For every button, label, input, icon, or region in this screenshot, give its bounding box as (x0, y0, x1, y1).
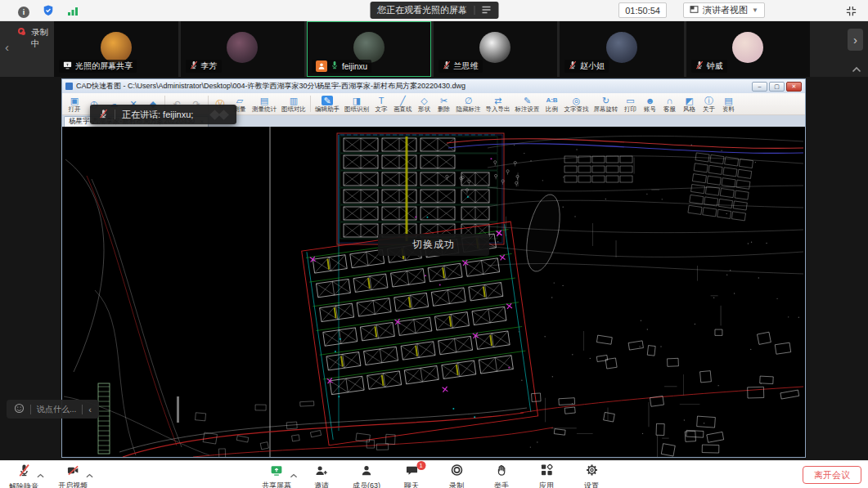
cad-tool-label: 比例 (546, 105, 558, 113)
cad-tool-open-icon[interactable]: ▣打开 (65, 93, 84, 114)
filmstrip-next-button[interactable]: › (848, 29, 863, 51)
leave-meeting-button[interactable]: 离开会议 (803, 466, 861, 484)
participant-tile-兰思维[interactable]: 兰思维 (434, 21, 558, 77)
meeting-timer: 01:50:54 (618, 2, 667, 18)
view-mode-selector[interactable]: 演讲者视图 ▼ (683, 2, 765, 18)
cad-tool-label: 文字查找 (564, 105, 589, 113)
cad-tool-text-icon[interactable]: T文字 (371, 93, 391, 114)
exit-fullscreen-icon[interactable] (843, 3, 858, 18)
emoji-smiley-icon[interactable] (14, 402, 25, 417)
mic-muted-icon (443, 60, 451, 71)
cad-tool-label: 屏幕旋转 (594, 105, 618, 113)
cad-tool-style-icon[interactable]: ◩风格 (680, 93, 699, 114)
support-icon: ∩ (667, 96, 673, 105)
scale-icon: A:B (546, 96, 557, 105)
shield-icon[interactable] (43, 4, 54, 20)
participant-tile-李芳[interactable]: 李芳 (181, 21, 305, 77)
menu-icon[interactable] (481, 6, 491, 16)
cad-tool-drawing-recognize-icon[interactable]: ◨图纸识别 (342, 93, 371, 114)
filmstrip-collapse-icon[interactable] (852, 61, 861, 76)
cad-tool-screen-rotate-icon[interactable]: ↻屏幕旋转 (591, 93, 621, 114)
control-label: 设置 (584, 481, 599, 488)
cad-drawing-canvas[interactable] (62, 127, 805, 457)
mic-off-icon (18, 463, 30, 481)
cad-tool-docs-icon[interactable]: ▤资料 (719, 93, 739, 114)
avatar (101, 32, 132, 63)
avatar (227, 32, 258, 63)
record-icon (450, 463, 463, 480)
participant-tile-screenshare[interactable]: 光照的屏幕共享 (54, 21, 178, 77)
raise-hand-button[interactable]: 举手 (486, 463, 517, 488)
screen-rotate-icon: ↻ (602, 96, 609, 105)
cad-tool-account-icon[interactable]: ☻账号 (641, 93, 660, 114)
participant-name-badge: 兰思维 (438, 60, 483, 73)
drawing-recognize-icon: ◨ (353, 96, 361, 105)
control-label: 共享屏幕 (262, 481, 291, 488)
chat-pill-divider2 (82, 405, 83, 414)
participant-name-badge: 李芳 (186, 60, 222, 73)
cad-tool-erase-icon[interactable]: ✂删除 (434, 93, 454, 114)
mic-active-icon (331, 60, 339, 71)
invite-icon (315, 464, 329, 480)
participant-tile-feijinxu[interactable]: feijinxu (307, 21, 431, 77)
top-bar: i 您正在观看光照的屏幕 01:50:54 演讲者视图 ▼ (0, 0, 868, 21)
cad-tool-label: 资料 (722, 105, 735, 113)
record-button[interactable]: 录制 (441, 463, 472, 488)
cad-tool-support-icon[interactable]: ∩客服 (660, 93, 680, 114)
chat-button[interactable]: 聊天 1 (396, 463, 427, 488)
filmstrip-prev-button[interactable]: ‹ (5, 41, 9, 53)
draw-line-icon: ╱ (400, 96, 406, 105)
start-video-button[interactable]: 开启视频 (57, 463, 88, 488)
cad-tool-about-icon[interactable]: ⓘ关于 (699, 93, 719, 114)
switch-success-toast: 切换成功 (378, 234, 489, 256)
participant-tiles: 光照的屏幕共享李芳feijinxu兰思维赵小姐钟威 (54, 21, 810, 77)
cad-tool-import-export-icon[interactable]: ⇄导入导出 (483, 93, 513, 114)
avatar (732, 32, 763, 63)
chevron-up-icon[interactable] (290, 467, 297, 481)
chevron-up-icon[interactable] (37, 467, 44, 481)
control-label: 邀请 (314, 481, 329, 488)
cad-tool-annotation-settings-icon[interactable]: ✎标注设置 (513, 93, 542, 114)
info-icon[interactable]: i (18, 7, 29, 18)
participant-tile-钟威[interactable]: 钟威 (686, 21, 811, 77)
invite-button[interactable]: 邀请 (306, 463, 337, 488)
cad-tool-shape-icon[interactable]: ◇形状 (415, 93, 434, 114)
cad-tool-edit-assistant-icon[interactable]: ✎编辑助手 (313, 93, 342, 114)
settings-button[interactable]: 设置 (576, 463, 607, 488)
cad-window-controls: – ▢ ✕ (752, 82, 802, 92)
erase-icon: ✂ (440, 96, 447, 105)
quick-chat-input[interactable]: 说点什么... ‹ (7, 400, 99, 419)
settings-icon (585, 463, 598, 480)
about-icon: ⓘ (704, 96, 713, 105)
cad-title-bar[interactable]: CAD快速看图 - C:\Users\Administrator\Desktop… (62, 79, 805, 93)
cad-tool-drawing-compare-icon[interactable]: ▥图纸对比 (279, 93, 308, 114)
measure-stats-icon: ▤ (260, 96, 268, 105)
cad-tool-draw-line-icon[interactable]: ╱画直线 (391, 93, 415, 114)
cad-tool-scale-icon[interactable]: A:B比例 (542, 93, 562, 114)
layout-view-icon (690, 5, 699, 16)
maximize-button[interactable]: ▢ (769, 82, 785, 92)
cad-tool-text-search-icon[interactable]: ◎文字查找 (562, 93, 591, 114)
minimize-button[interactable]: – (752, 82, 767, 92)
watching-banner[interactable]: 您正在观看光照的屏幕 (370, 2, 498, 19)
meeting-control-bar: 解除静音 开启视频 共享屏幕 邀请 成员(63) 聊天 1 录制 举手 应用 设… (0, 460, 868, 488)
cad-tool-hide-annotation-icon[interactable]: ∅隐藏标注 (454, 93, 483, 114)
close-button[interactable]: ✕ (786, 82, 802, 92)
watermark-logo-icon (211, 111, 227, 119)
apps-icon (540, 463, 553, 480)
active-speaker-toast: 正在讲话: feijinxu; (90, 105, 236, 124)
chevron-up-icon[interactable] (86, 467, 93, 481)
share-screen-button[interactable]: 共享屏幕 (261, 463, 292, 488)
cad-tool-label: 文字 (376, 105, 388, 113)
camera-off-icon (66, 464, 80, 480)
cad-tool-measure-stats-icon[interactable]: ▤测量统计 (250, 93, 279, 114)
unmute-button[interactable]: 解除静音 (8, 463, 39, 488)
participant-name: 李芳 (201, 60, 218, 72)
apps-button[interactable]: 应用 (531, 463, 562, 488)
members-button[interactable]: 成员(63) (351, 463, 382, 488)
network-signal-icon[interactable] (67, 5, 79, 20)
participant-tile-赵小姐[interactable]: 赵小姐 (560, 21, 684, 77)
cad-tool-label: 客服 (663, 105, 676, 113)
cad-tool-print-icon[interactable]: ▭打印 (621, 93, 641, 114)
chat-collapse-icon[interactable]: ‹ (88, 405, 92, 414)
